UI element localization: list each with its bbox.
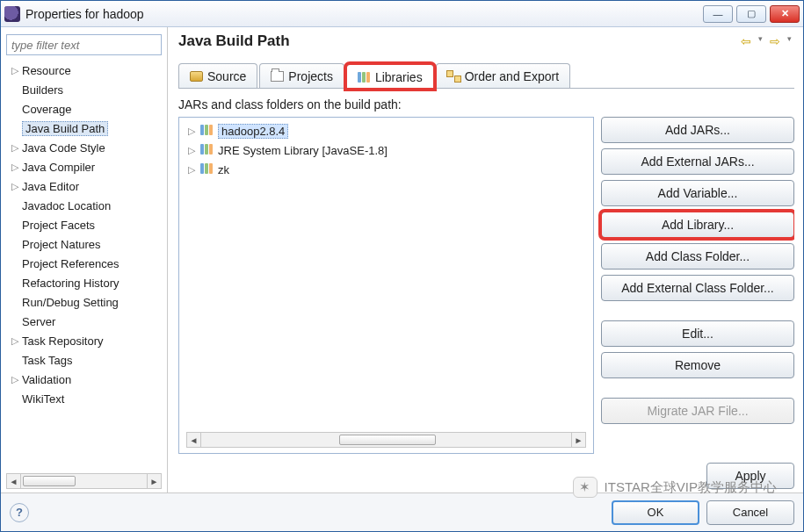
expand-icon: ▷ xyxy=(188,145,199,156)
scroll-left-icon[interactable]: ◄ xyxy=(187,433,201,447)
libs-subhead: JARs and class folders on the build path… xyxy=(178,97,794,111)
dialog-footer: ? OK Cancel xyxy=(1,492,803,531)
expand-icon: ▷ xyxy=(188,126,199,137)
sidebar-item-resource[interactable]: ▷Resource xyxy=(3,61,165,80)
add-external-class-folder-button[interactable]: Add External Class Folder... xyxy=(601,275,794,301)
sidebar-item-java-build-path[interactable]: Java Build Path xyxy=(3,119,165,138)
sidebar-item-label: Validation xyxy=(22,373,71,386)
sidebar-item-java-editor[interactable]: ▷Java Editor xyxy=(3,176,165,196)
sidebar-item-label: Java Editor xyxy=(22,180,79,193)
library-icon xyxy=(200,144,214,156)
library-item[interactable]: ▷hadoop2.8.4 xyxy=(183,121,590,140)
back-menu-icon[interactable]: ▾ xyxy=(756,34,765,48)
sidebar-item-label: Server xyxy=(22,315,55,328)
libs-hscrollbar[interactable]: ◄ ► xyxy=(186,432,586,448)
button-column: Add JARs... Add External JARs... Add Var… xyxy=(601,117,794,454)
tab-projects[interactable]: Projects xyxy=(259,63,344,88)
sidebar-item-project-facets[interactable]: Project Facets xyxy=(3,215,165,234)
sidebar-item-label: Java Build Path xyxy=(22,121,108,136)
apply-button[interactable]: Apply xyxy=(706,463,794,489)
add-variable-button[interactable]: Add Variable... xyxy=(601,180,794,206)
category-tree[interactable]: ▷ResourceBuildersCoverageJava Build Path… xyxy=(3,61,165,471)
sidebar-item-project-references[interactable]: Project References xyxy=(3,254,165,273)
order-export-icon xyxy=(447,71,460,82)
ok-button[interactable]: OK xyxy=(612,500,699,525)
help-button[interactable]: ? xyxy=(10,503,29,522)
forward-icon[interactable]: ⇨ xyxy=(767,34,783,48)
remove-button[interactable]: Remove xyxy=(601,352,794,378)
sidebar-hscrollbar[interactable]: ◄ ► xyxy=(6,473,162,489)
scroll-thumb[interactable] xyxy=(339,435,436,445)
sidebar-item-validation[interactable]: ▷Validation xyxy=(3,370,165,389)
sidebar-item-javadoc-location[interactable]: Javadoc Location xyxy=(3,196,165,215)
page-title: Java Build Path xyxy=(178,32,738,50)
library-label: hadoop2.8.4 xyxy=(218,124,288,139)
page-nav: ⇦▾ ⇨▾ xyxy=(738,34,794,48)
expand-icon: ▷ xyxy=(188,164,199,176)
sidebar-item-label: Project Natures xyxy=(22,238,101,251)
scroll-right-icon[interactable]: ► xyxy=(571,433,585,447)
migrate-jar-button: Migrate JAR File... xyxy=(601,398,794,424)
scroll-left-icon[interactable]: ◄ xyxy=(7,474,21,488)
forward-menu-icon[interactable]: ▾ xyxy=(785,34,794,48)
sidebar-item-label: Coverage xyxy=(22,103,71,116)
tab-label: Libraries xyxy=(375,70,423,84)
cancel-button[interactable]: Cancel xyxy=(706,500,794,525)
sidebar-item-label: Project Facets xyxy=(22,219,95,232)
sidebar-item-task-tags[interactable]: Task Tags xyxy=(3,350,165,370)
expand-icon: ▷ xyxy=(10,335,20,347)
sidebar-item-label: Task Repository xyxy=(22,334,103,348)
expand-icon: ▷ xyxy=(10,374,20,385)
tab-source[interactable]: Source xyxy=(178,63,257,88)
sidebar-item-wikitext[interactable]: WikiText xyxy=(3,389,165,408)
sidebar-item-run-debug-setting[interactable]: Run/Debug Setting xyxy=(3,292,165,312)
add-jars-button[interactable]: Add JARs... xyxy=(601,117,794,143)
sidebar-item-task-repository[interactable]: ▷Task Repository xyxy=(3,331,165,350)
close-button[interactable]: ✕ xyxy=(770,5,800,23)
maximize-button[interactable]: ▢ xyxy=(736,5,766,23)
minimize-button[interactable]: — xyxy=(703,5,733,23)
tab-libraries[interactable]: Libraries xyxy=(346,64,434,89)
library-item[interactable]: ▷JRE System Library [JavaSE-1.8] xyxy=(183,140,590,160)
scroll-thumb[interactable] xyxy=(23,476,76,486)
sidebar-item-label: Run/Debug Setting xyxy=(22,296,119,309)
sidebar-item-label: Java Compiler xyxy=(22,161,95,174)
sidebar-item-coverage[interactable]: Coverage xyxy=(3,99,165,119)
titlebar: Properties for hadoop — ▢ ✕ xyxy=(1,1,803,27)
sidebar-item-label: Resource xyxy=(22,64,71,77)
sidebar-item-project-natures[interactable]: Project Natures xyxy=(3,234,165,254)
library-item[interactable]: ▷zk xyxy=(183,160,590,179)
expand-icon: ▷ xyxy=(10,181,20,192)
sidebar-item-label: Java Code Style xyxy=(22,141,105,155)
sidebar-item-java-compiler[interactable]: ▷Java Compiler xyxy=(3,157,165,176)
tab-label: Projects xyxy=(288,69,333,83)
add-external-jars-button[interactable]: Add External JARs... xyxy=(601,148,794,175)
expand-icon: ▷ xyxy=(10,162,20,173)
page-pane: Java Build Path ⇦▾ ⇨▾ SourceProjectsLibr… xyxy=(168,27,803,492)
add-library-button[interactable]: Add Library... xyxy=(601,212,794,238)
tab-label: Order and Export xyxy=(465,69,559,83)
page-head: Java Build Path ⇦▾ ⇨▾ xyxy=(178,32,794,50)
content: ▷ResourceBuildersCoverageJava Build Path… xyxy=(1,27,803,492)
projects-icon xyxy=(271,71,284,82)
sidebar-item-refactoring-history[interactable]: Refactoring History xyxy=(3,273,165,292)
libraries-icon xyxy=(358,72,371,83)
add-class-folder-button[interactable]: Add Class Folder... xyxy=(601,243,794,270)
sidebar-item-builders[interactable]: Builders xyxy=(3,80,165,99)
apply-row: Apply xyxy=(178,463,794,489)
scroll-right-icon[interactable]: ► xyxy=(147,474,161,488)
source-icon xyxy=(190,71,203,82)
sidebar-item-label: WikiText xyxy=(22,392,64,406)
tab-label: Source xyxy=(207,69,246,83)
sidebar-item-java-code-style[interactable]: ▷Java Code Style xyxy=(3,138,165,157)
tab-order[interactable]: Order and Export xyxy=(436,63,570,88)
back-icon[interactable]: ⇦ xyxy=(738,34,754,48)
library-icon xyxy=(200,163,214,176)
sidebar-item-label: Javadoc Location xyxy=(22,199,111,212)
edit-button[interactable]: Edit... xyxy=(601,320,794,347)
ok-cancel-group: OK Cancel xyxy=(612,500,794,525)
sidebar-item-server[interactable]: Server xyxy=(3,312,165,331)
libraries-tree[interactable]: ▷hadoop2.8.4▷JRE System Library [JavaSE-… xyxy=(178,117,594,454)
filter-input[interactable] xyxy=(6,34,162,55)
window-buttons: — ▢ ✕ xyxy=(703,5,800,23)
